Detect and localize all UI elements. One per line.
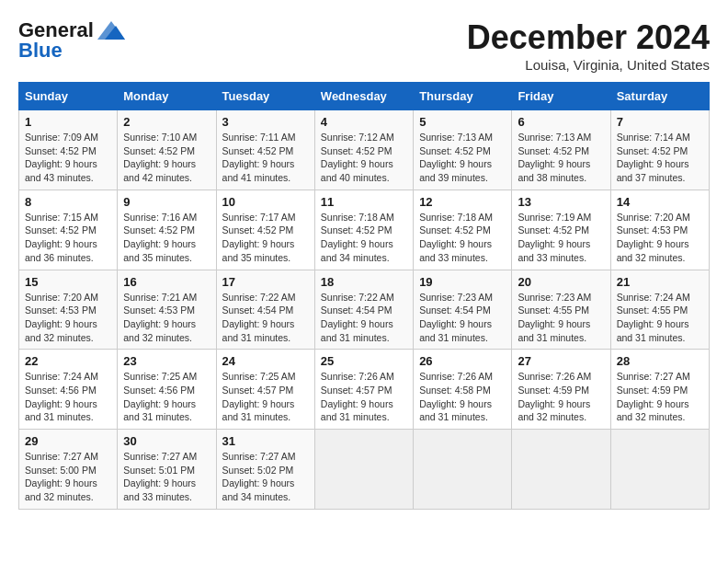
day-info: Sunrise: 7:20 AMSunset: 4:53 PMDaylight:…: [617, 211, 703, 265]
table-row: 22 Sunrise: 7:24 AMSunset: 4:56 PMDaylig…: [19, 350, 118, 430]
day-number: 2: [123, 115, 210, 129]
header-friday: Friday: [512, 83, 610, 110]
day-number: 23: [123, 354, 210, 368]
table-row: 23 Sunrise: 7:25 AMSunset: 4:56 PMDaylig…: [118, 350, 216, 430]
day-number: 30: [123, 434, 210, 448]
table-row: 27 Sunrise: 7:26 AMSunset: 4:59 PMDaylig…: [512, 350, 610, 430]
day-info: Sunrise: 7:13 AMSunset: 4:52 PMDaylight:…: [518, 131, 604, 185]
day-info: Sunrise: 7:25 AMSunset: 4:56 PMDaylight:…: [123, 370, 210, 424]
header-tuesday: Tuesday: [216, 83, 314, 110]
calendar-table: Sunday Monday Tuesday Wednesday Thursday…: [18, 82, 710, 510]
logo: General Blue: [18, 18, 125, 63]
day-info: Sunrise: 7:10 AMSunset: 4:52 PMDaylight:…: [123, 131, 210, 185]
day-number: 6: [518, 115, 604, 129]
table-row: 10 Sunrise: 7:17 AMSunset: 4:52 PMDaylig…: [216, 190, 314, 270]
day-number: 26: [419, 354, 506, 368]
day-number: 13: [518, 195, 604, 209]
table-row: 21 Sunrise: 7:24 AMSunset: 4:55 PMDaylig…: [610, 270, 709, 350]
calendar-row: 1 Sunrise: 7:09 AMSunset: 4:52 PMDayligh…: [19, 110, 710, 190]
day-info: Sunrise: 7:27 AMSunset: 5:02 PMDaylight:…: [222, 450, 309, 504]
title-area: December 2024 Louisa, Virginia, United S…: [467, 18, 710, 73]
day-number: 27: [518, 354, 604, 368]
day-number: 17: [222, 275, 309, 289]
day-info: Sunrise: 7:12 AMSunset: 4:52 PMDaylight:…: [321, 131, 407, 185]
day-number: 8: [25, 195, 111, 209]
day-number: 21: [617, 275, 703, 289]
table-row: 5 Sunrise: 7:13 AMSunset: 4:52 PMDayligh…: [414, 110, 512, 190]
day-number: 22: [25, 354, 111, 368]
day-number: 18: [321, 275, 407, 289]
header-wednesday: Wednesday: [314, 83, 413, 110]
table-row: 11 Sunrise: 7:18 AMSunset: 4:52 PMDaylig…: [314, 190, 413, 270]
calendar-row: 29 Sunrise: 7:27 AMSunset: 5:00 PMDaylig…: [19, 430, 710, 510]
day-info: Sunrise: 7:13 AMSunset: 4:52 PMDaylight:…: [419, 131, 506, 185]
page-header: General Blue December 2024 Louisa, Virgi…: [18, 18, 710, 73]
calendar-row: 8 Sunrise: 7:15 AMSunset: 4:52 PMDayligh…: [19, 190, 710, 270]
day-number: 28: [617, 354, 703, 368]
day-info: Sunrise: 7:17 AMSunset: 4:52 PMDaylight:…: [222, 211, 309, 265]
day-info: Sunrise: 7:15 AMSunset: 4:52 PMDaylight:…: [25, 211, 111, 265]
day-number: 15: [25, 275, 111, 289]
day-info: Sunrise: 7:21 AMSunset: 4:53 PMDaylight:…: [123, 291, 210, 345]
day-number: 14: [617, 195, 703, 209]
table-row: [414, 430, 512, 510]
table-row: 3 Sunrise: 7:11 AMSunset: 4:52 PMDayligh…: [216, 110, 314, 190]
table-row: 14 Sunrise: 7:20 AMSunset: 4:53 PMDaylig…: [610, 190, 709, 270]
day-number: 3: [222, 115, 309, 129]
day-info: Sunrise: 7:11 AMSunset: 4:52 PMDaylight:…: [222, 131, 309, 185]
calendar-header-row: Sunday Monday Tuesday Wednesday Thursday…: [19, 83, 710, 110]
day-info: Sunrise: 7:25 AMSunset: 4:57 PMDaylight:…: [222, 370, 309, 424]
day-info: Sunrise: 7:23 AMSunset: 4:55 PMDaylight:…: [518, 291, 604, 345]
table-row: 13 Sunrise: 7:19 AMSunset: 4:52 PMDaylig…: [512, 190, 610, 270]
day-info: Sunrise: 7:26 AMSunset: 4:57 PMDaylight:…: [321, 370, 407, 424]
day-info: Sunrise: 7:09 AMSunset: 4:52 PMDaylight:…: [25, 131, 111, 185]
table-row: 18 Sunrise: 7:22 AMSunset: 4:54 PMDaylig…: [314, 270, 413, 350]
table-row: 31 Sunrise: 7:27 AMSunset: 5:02 PMDaylig…: [216, 430, 314, 510]
day-info: Sunrise: 7:24 AMSunset: 4:56 PMDaylight:…: [25, 370, 111, 424]
day-number: 11: [321, 195, 407, 209]
calendar-row: 15 Sunrise: 7:20 AMSunset: 4:53 PMDaylig…: [19, 270, 710, 350]
table-row: 16 Sunrise: 7:21 AMSunset: 4:53 PMDaylig…: [118, 270, 216, 350]
day-number: 29: [25, 434, 111, 448]
month-title: December 2024: [467, 18, 710, 57]
calendar-body: 1 Sunrise: 7:09 AMSunset: 4:52 PMDayligh…: [19, 110, 710, 510]
table-row: 26 Sunrise: 7:26 AMSunset: 4:58 PMDaylig…: [414, 350, 512, 430]
table-row: 4 Sunrise: 7:12 AMSunset: 4:52 PMDayligh…: [314, 110, 413, 190]
table-row: 1 Sunrise: 7:09 AMSunset: 4:52 PMDayligh…: [19, 110, 118, 190]
day-info: Sunrise: 7:19 AMSunset: 4:52 PMDaylight:…: [518, 211, 604, 265]
day-info: Sunrise: 7:22 AMSunset: 4:54 PMDaylight:…: [321, 291, 407, 345]
day-number: 1: [25, 115, 111, 129]
table-row: 17 Sunrise: 7:22 AMSunset: 4:54 PMDaylig…: [216, 270, 314, 350]
header-thursday: Thursday: [414, 83, 512, 110]
table-row: 6 Sunrise: 7:13 AMSunset: 4:52 PMDayligh…: [512, 110, 610, 190]
logo-blue: Blue: [18, 39, 63, 63]
table-row: 19 Sunrise: 7:23 AMSunset: 4:54 PMDaylig…: [414, 270, 512, 350]
table-row: 7 Sunrise: 7:14 AMSunset: 4:52 PMDayligh…: [610, 110, 709, 190]
day-info: Sunrise: 7:27 AMSunset: 5:01 PMDaylight:…: [123, 450, 210, 504]
day-number: 31: [222, 434, 309, 448]
table-row: 9 Sunrise: 7:16 AMSunset: 4:52 PMDayligh…: [118, 190, 216, 270]
table-row: 24 Sunrise: 7:25 AMSunset: 4:57 PMDaylig…: [216, 350, 314, 430]
day-info: Sunrise: 7:24 AMSunset: 4:55 PMDaylight:…: [617, 291, 703, 345]
day-info: Sunrise: 7:27 AMSunset: 4:59 PMDaylight:…: [617, 370, 703, 424]
table-row: [610, 430, 709, 510]
day-number: 5: [419, 115, 506, 129]
day-number: 20: [518, 275, 604, 289]
day-info: Sunrise: 7:26 AMSunset: 4:58 PMDaylight:…: [419, 370, 506, 424]
table-row: 8 Sunrise: 7:15 AMSunset: 4:52 PMDayligh…: [19, 190, 118, 270]
table-row: 2 Sunrise: 7:10 AMSunset: 4:52 PMDayligh…: [118, 110, 216, 190]
day-info: Sunrise: 7:18 AMSunset: 4:52 PMDaylight:…: [419, 211, 506, 265]
day-number: 19: [419, 275, 506, 289]
table-row: 30 Sunrise: 7:27 AMSunset: 5:01 PMDaylig…: [118, 430, 216, 510]
day-info: Sunrise: 7:27 AMSunset: 5:00 PMDaylight:…: [25, 450, 111, 504]
day-number: 10: [222, 195, 309, 209]
day-info: Sunrise: 7:18 AMSunset: 4:52 PMDaylight:…: [321, 211, 407, 265]
day-info: Sunrise: 7:20 AMSunset: 4:53 PMDaylight:…: [25, 291, 111, 345]
day-info: Sunrise: 7:22 AMSunset: 4:54 PMDaylight:…: [222, 291, 309, 345]
table-row: 20 Sunrise: 7:23 AMSunset: 4:55 PMDaylig…: [512, 270, 610, 350]
day-number: 24: [222, 354, 309, 368]
table-row: [512, 430, 610, 510]
location-title: Louisa, Virginia, United States: [467, 57, 710, 73]
day-info: Sunrise: 7:23 AMSunset: 4:54 PMDaylight:…: [419, 291, 506, 345]
day-number: 7: [617, 115, 703, 129]
